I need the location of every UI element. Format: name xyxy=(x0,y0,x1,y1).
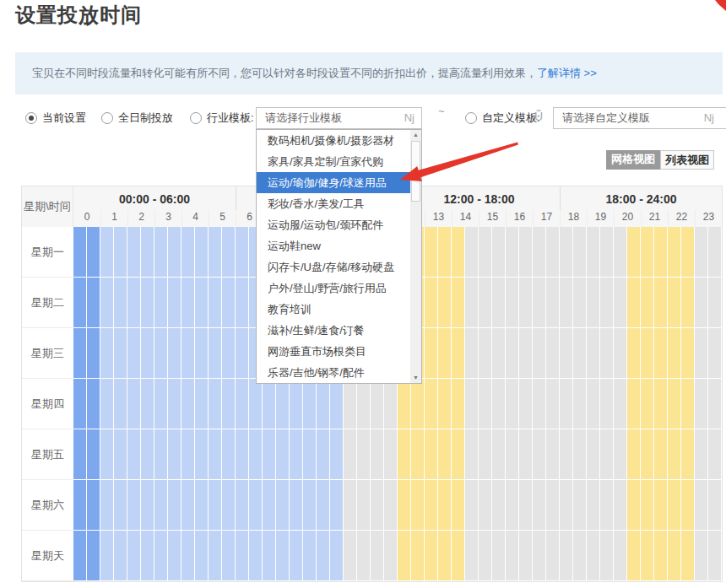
time-cell[interactable] xyxy=(195,278,209,328)
time-cell[interactable] xyxy=(641,328,654,379)
time-cell[interactable] xyxy=(141,278,154,328)
time-cell[interactable] xyxy=(587,227,600,278)
time-cell[interactable] xyxy=(182,227,195,278)
time-cell[interactable] xyxy=(195,531,209,581)
time-cell[interactable] xyxy=(452,328,465,379)
time-cell[interactable] xyxy=(668,429,681,480)
time-cell[interactable] xyxy=(587,379,600,429)
time-cell[interactable] xyxy=(695,328,708,379)
time-cell[interactable] xyxy=(87,429,100,480)
time-cell[interactable] xyxy=(87,531,100,581)
time-cell[interactable] xyxy=(533,531,546,581)
time-cell[interactable] xyxy=(168,379,182,429)
time-cell[interactable] xyxy=(127,429,141,480)
time-cell[interactable] xyxy=(627,379,641,429)
time-cell[interactable] xyxy=(614,328,627,379)
time-cell[interactable] xyxy=(560,379,573,429)
time-cell[interactable] xyxy=(452,379,465,429)
time-cell[interactable] xyxy=(384,379,398,429)
time-cell[interactable] xyxy=(668,227,681,278)
time-cell[interactable] xyxy=(73,328,87,379)
time-cell[interactable] xyxy=(154,429,168,480)
time-cell[interactable] xyxy=(654,429,668,480)
time-cell[interactable] xyxy=(344,531,357,581)
time-cell[interactable] xyxy=(425,379,438,429)
time-cell[interactable] xyxy=(398,531,411,581)
time-cell[interactable] xyxy=(479,227,492,278)
time-cell[interactable] xyxy=(384,531,398,581)
time-cell[interactable] xyxy=(141,429,154,480)
time-cell[interactable] xyxy=(371,429,384,480)
time-cell[interactable] xyxy=(222,429,236,480)
time-cell[interactable] xyxy=(546,328,560,379)
time-cell[interactable] xyxy=(614,227,627,278)
time-cell[interactable] xyxy=(371,480,384,531)
time-cell[interactable] xyxy=(168,429,182,480)
time-cell[interactable] xyxy=(641,227,654,278)
time-cell[interactable] xyxy=(141,227,154,278)
time-cell[interactable] xyxy=(87,379,100,429)
time-cell[interactable] xyxy=(627,531,641,581)
time-cell[interactable] xyxy=(546,379,560,429)
time-cell[interactable] xyxy=(438,531,452,581)
time-cell[interactable] xyxy=(168,328,182,379)
time-cell[interactable] xyxy=(263,379,276,429)
time-cell[interactable] xyxy=(317,429,330,480)
time-cell[interactable] xyxy=(695,379,708,429)
time-cell[interactable] xyxy=(222,379,236,429)
time-cell[interactable] xyxy=(465,328,479,379)
time-cell[interactable] xyxy=(384,429,398,480)
time-cell[interactable] xyxy=(654,480,668,531)
time-cell[interactable] xyxy=(127,227,141,278)
time-cell[interactable] xyxy=(492,278,506,328)
time-cell[interactable] xyxy=(695,480,708,531)
time-cell[interactable] xyxy=(114,480,127,531)
time-cell[interactable] xyxy=(492,227,506,278)
time-cell[interactable] xyxy=(127,278,141,328)
time-cell[interactable] xyxy=(681,480,695,531)
time-cell[interactable] xyxy=(708,429,722,480)
time-cell[interactable] xyxy=(114,379,127,429)
time-cell[interactable] xyxy=(506,379,519,429)
time-cell[interactable] xyxy=(627,429,641,480)
time-cell[interactable] xyxy=(708,531,722,581)
time-cell[interactable] xyxy=(317,480,330,531)
time-cell[interactable] xyxy=(681,227,695,278)
time-cell[interactable] xyxy=(560,328,573,379)
time-cell[interactable] xyxy=(330,379,344,429)
time-cell[interactable] xyxy=(114,531,127,581)
time-cell[interactable] xyxy=(371,379,384,429)
time-cell[interactable] xyxy=(114,227,127,278)
time-cell[interactable] xyxy=(263,429,276,480)
scroll-thumb[interactable] xyxy=(411,141,420,202)
time-cell[interactable] xyxy=(452,531,465,581)
dropdown-item[interactable]: 教育培训 xyxy=(257,299,410,320)
time-cell[interactable] xyxy=(533,227,546,278)
time-cell[interactable] xyxy=(681,278,695,328)
time-cell[interactable] xyxy=(560,531,573,581)
time-cell[interactable] xyxy=(114,328,127,379)
time-cell[interactable] xyxy=(249,531,263,581)
time-cell[interactable] xyxy=(411,429,425,480)
time-cell[interactable] xyxy=(438,328,452,379)
time-cell[interactable] xyxy=(344,480,357,531)
time-cell[interactable] xyxy=(479,429,492,480)
time-cell[interactable] xyxy=(681,429,695,480)
radio-custom-template[interactable]: 自定义模板: xyxy=(465,111,540,125)
time-cell[interactable] xyxy=(600,480,614,531)
time-cell[interactable] xyxy=(465,480,479,531)
time-cell[interactable] xyxy=(668,278,681,328)
time-cell[interactable] xyxy=(533,278,546,328)
time-cell[interactable] xyxy=(263,480,276,531)
time-cell[interactable] xyxy=(317,379,330,429)
time-cell[interactable] xyxy=(492,480,506,531)
time-cell[interactable] xyxy=(587,328,600,379)
time-cell[interactable] xyxy=(398,480,411,531)
time-cell[interactable] xyxy=(100,278,114,328)
time-cell[interactable] xyxy=(154,480,168,531)
time-cell[interactable] xyxy=(195,480,209,531)
time-cell[interactable] xyxy=(398,379,411,429)
time-cell[interactable] xyxy=(600,278,614,328)
time-cell[interactable] xyxy=(519,531,533,581)
time-cell[interactable] xyxy=(654,379,668,429)
